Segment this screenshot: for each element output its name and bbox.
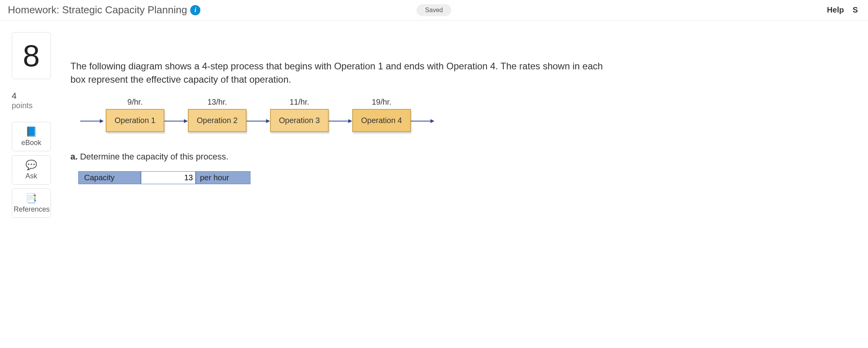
operation-1-box: Operation 1: [106, 109, 164, 132]
homework-title: Homework: Strategic Capacity Planning: [8, 4, 187, 16]
header-bar: Homework: Strategic Capacity Planning i …: [0, 0, 868, 20]
truncated-control[interactable]: S: [853, 5, 858, 14]
part-a-prompt: a. Determine the capacity of this proces…: [70, 152, 852, 162]
operation-4: 19/hr. Operation 4: [352, 98, 411, 132]
question-content: The following diagram shows a 4-step pro…: [70, 32, 868, 222]
book-icon: 📘: [14, 126, 49, 137]
svg-marker-1: [100, 119, 104, 123]
arrow-icon: [247, 110, 270, 132]
points-label: points: [12, 101, 59, 110]
capacity-label-cell: Capacity: [78, 171, 141, 184]
saved-status-pill: Saved: [416, 4, 451, 16]
capacity-input[interactable]: [141, 172, 195, 184]
help-link[interactable]: Help: [827, 5, 844, 14]
capacity-answer-row: Capacity per hour: [78, 171, 852, 184]
process-flow-diagram: 9/hr. Operation 1 13/hr. Operation 2 11/…: [78, 98, 852, 132]
tool-ask[interactable]: 💬 Ask: [12, 155, 51, 185]
operation-3-box: Operation 3: [270, 109, 329, 132]
svg-marker-7: [348, 119, 352, 123]
arrow-icon: [329, 110, 352, 132]
problem-statement: The following diagram shows a 4-step pro…: [70, 60, 618, 86]
arrow-icon: [411, 110, 434, 132]
svg-marker-3: [184, 119, 188, 123]
capacity-unit-cell: per hour: [196, 171, 250, 184]
question-number-card: 8: [12, 32, 51, 79]
part-a-text: Determine the capacity of this process.: [80, 152, 228, 161]
operation-2-box: Operation 2: [188, 109, 247, 132]
operation-4-rate: 19/hr.: [352, 98, 411, 107]
tool-ebook[interactable]: 📘 eBook: [12, 122, 51, 151]
operation-1: 9/hr. Operation 1: [106, 98, 164, 132]
operation-3-rate: 11/hr.: [270, 98, 329, 107]
tool-references-label: References: [14, 205, 50, 213]
svg-marker-9: [430, 119, 434, 123]
part-a-prefix: a.: [70, 152, 77, 161]
operation-2-rate: 13/hr.: [188, 98, 247, 107]
operation-1-rate: 9/hr.: [106, 98, 164, 107]
svg-marker-5: [266, 119, 270, 123]
points-value: 4: [12, 91, 59, 101]
capacity-input-cell: [141, 171, 196, 184]
tool-references[interactable]: 📑 References: [12, 188, 51, 218]
info-icon[interactable]: i: [190, 5, 200, 15]
pages-icon: 📑: [14, 193, 49, 204]
tool-ebook-label: eBook: [21, 139, 41, 147]
chat-icon: 💬: [14, 160, 49, 170]
arrow-icon: [78, 110, 106, 132]
arrow-icon: [164, 110, 188, 132]
main-area: 8 4 points 📘 eBook 💬 Ask 📑 References Th…: [0, 20, 868, 222]
question-sidebar: 8 4 points 📘 eBook 💬 Ask 📑 References: [12, 32, 59, 222]
operation-2: 13/hr. Operation 2: [188, 98, 247, 132]
operation-3: 11/hr. Operation 3: [270, 98, 329, 132]
tool-ask-label: Ask: [25, 172, 37, 180]
operation-4-box: Operation 4: [352, 109, 411, 132]
header-right-group: Help S: [827, 5, 860, 14]
